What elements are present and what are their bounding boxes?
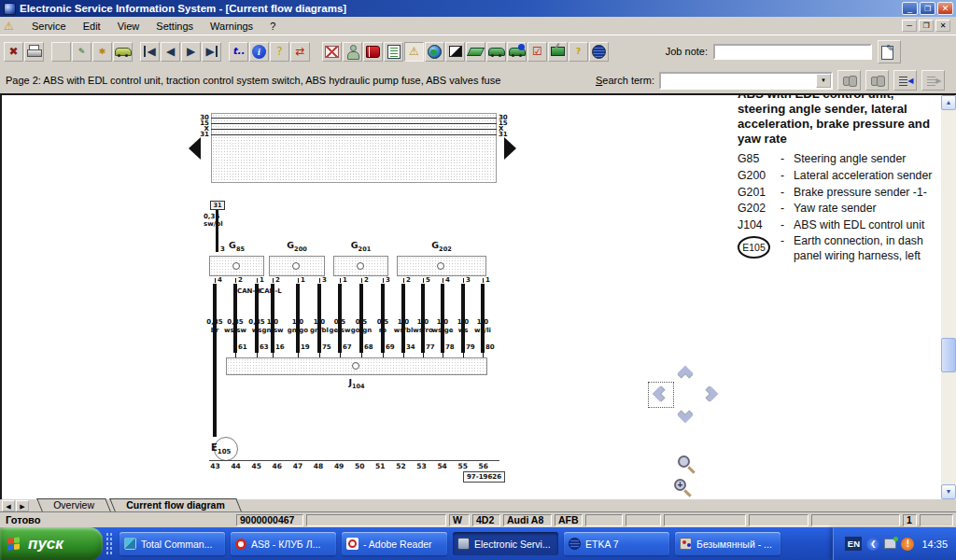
online-icon [592,45,606,59]
menu-view[interactable]: View [109,19,148,34]
customer-service-button[interactable] [343,42,362,62]
taskbar-item-adobe-reader[interactable]: - Adobe Reader [342,532,447,555]
result-list-back-button[interactable] [893,70,917,91]
legend-description: Brake pressure sender -1- [794,186,937,201]
menu-settings[interactable]: Settings [148,19,202,34]
legend-dash: - [780,186,794,201]
opera-icon [235,539,246,550]
windows-flag-icon [7,536,21,552]
vehicle-button[interactable] [486,42,506,62]
exit-icon: ✖ [8,46,18,57]
nav-last-button[interactable]: ▶ [202,42,221,62]
tab-overview[interactable]: Overview [36,498,110,511]
status-field: Audi A8 [503,514,552,526]
document-help-button[interactable]: ? [569,42,588,62]
list-forward-icon [926,75,941,87]
taskbar-item-as8[interactable]: AS8 - КЛУБ Л... [231,532,336,555]
menu-bar: ServiceEditViewSettingsWarnings? [0,17,956,35]
legend-entry: G85-Steering angle sender [738,152,937,167]
search-term-input[interactable] [661,74,818,88]
checklist-button[interactable]: ☑ [527,42,547,62]
screen-button[interactable] [445,42,465,62]
track-number: 54 [435,463,449,470]
menu-warnings[interactable]: Warnings [202,19,261,34]
track-number: 46 [270,463,284,470]
new-document-button[interactable] [51,42,71,62]
tab-current-flow-diagram[interactable]: Current flow diagram [109,498,241,511]
online-button[interactable] [589,42,609,62]
wire-color-label: gn/sw [260,328,286,334]
edit-document-button[interactable]: ✎ [72,42,91,62]
service-network-button[interactable] [425,42,444,62]
search-term-combobox[interactable] [659,72,833,90]
page-prev-arrow[interactable] [189,137,201,160]
legend-description: Lateral acceleration sender [794,169,937,184]
menu-edit[interactable]: Edit [75,19,109,34]
mdi-close-button[interactable] [935,20,950,32]
component-label: G202 [397,241,486,252]
minimize-button[interactable] [902,2,918,15]
exit-button[interactable]: ✖ [4,42,23,62]
scroll-up-button[interactable] [941,95,956,110]
network-icon[interactable] [884,539,896,549]
vehicle-identification-button[interactable] [113,42,133,62]
tray-back-icon[interactable] [866,538,879,551]
administration-button[interactable] [322,42,342,62]
track-number: 43 [208,463,222,470]
menu-service[interactable]: Service [23,19,75,34]
page-next-arrow[interactable] [504,137,516,160]
new-job-button[interactable]: ✱ [92,42,112,62]
language-indicator[interactable]: EN [845,537,862,551]
menu-help[interactable]: ? [261,19,284,34]
alert-icon[interactable] [901,538,914,551]
result-list-forward-button[interactable] [921,70,945,91]
search-back-button[interactable] [837,70,861,91]
status-field: 9000000467 [236,514,303,526]
job-note-edit-button[interactable] [878,40,901,63]
legend-entry: G201-Brake pressure sender -1- [738,186,937,201]
mdi-minimize-button[interactable] [902,20,917,32]
search-forward-button[interactable] [865,70,889,91]
pin-tick [483,278,484,283]
zoom-in-icon[interactable] [674,479,686,491]
vertical-scrollbar[interactable] [941,95,956,499]
manuals-button[interactable] [363,42,383,62]
nav-next-button[interactable]: ▶ [181,42,201,62]
control-unit-label: J104 [226,378,487,389]
history-button[interactable]: t.. [229,42,248,62]
pin-tick [340,349,341,357]
nav-first-button[interactable]: ◀ [140,42,160,62]
restore-button[interactable] [920,2,935,15]
scroll-thumb[interactable] [941,338,956,372]
pin-tick [423,278,424,283]
help-button[interactable]: ? [270,42,289,62]
start-button[interactable]: пуск [0,527,103,560]
document-help-icon: ? [572,45,585,59]
taskbar-item-help[interactable]: Безымянный - ... [675,532,780,555]
workshop-equipment-button[interactable] [548,42,568,62]
wiring-button[interactable] [466,42,485,62]
pin-tick [340,278,341,283]
print-button[interactable] [24,42,44,62]
zoom-tool-icon[interactable] [678,455,690,468]
bus-line [211,118,497,119]
legend-code: G200 [738,169,780,184]
job-note-input[interactable] [713,44,872,60]
scroll-down-button[interactable] [941,484,956,499]
info-button[interactable] [249,42,269,62]
page-description: Page 2: ABS with EDL control unit, tract… [6,75,500,86]
pin-label: 5 [426,277,430,284]
tab-scroll-left-button[interactable] [2,500,15,511]
taskbar-item-total-comman[interactable]: Total Comman... [120,532,225,555]
warnings-button[interactable]: ⚠ [404,42,424,62]
nav-prev-button[interactable]: ◀ [161,42,180,62]
transfer-button[interactable]: ⇄ [290,42,310,62]
mdi-restore-button[interactable] [919,20,934,32]
taskbar-item-electronic-servi[interactable]: Electronic Servi... [453,532,558,555]
search-dropdown-button[interactable] [816,74,831,88]
tab-scroll-right-button[interactable] [16,500,29,511]
taskbar-item-etka-7[interactable]: ETKA 7 [564,532,669,555]
documents-button[interactable] [384,42,403,62]
vehicle-info-button[interactable] [507,42,527,62]
close-button[interactable] [937,2,953,15]
